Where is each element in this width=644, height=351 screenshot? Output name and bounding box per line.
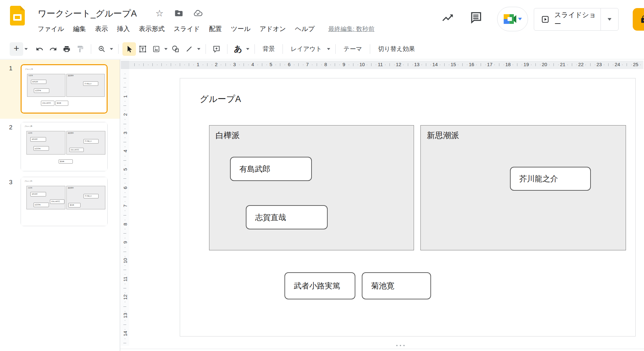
insert-image-button[interactable] — [149, 42, 163, 56]
logo-fold — [20, 6, 25, 10]
slide-thumbnail-2[interactable]: グループB 白樺派 新思潮派 有島武郎 志賀直哉 芥川龍之介 武者小路実篤 菊池… — [21, 122, 108, 171]
comments-icon[interactable] — [469, 10, 483, 25]
menu-tools[interactable]: ツール — [226, 23, 255, 35]
insert-line-button[interactable] — [182, 42, 196, 56]
drag-handle-dots[interactable] — [396, 345, 405, 346]
slide-thumbnail-1[interactable]: グループA 白樺派 新思潮派 有島武郎 志賀直哉 芥川龍之介 武者小路実篤 菊池… — [21, 64, 108, 114]
menu-insert[interactable]: 挿入 — [112, 23, 134, 35]
zoom-dropdown[interactable] — [109, 48, 114, 50]
layout-button[interactable]: レイアウト — [287, 42, 326, 56]
menu-file[interactable]: ファイル — [33, 23, 69, 35]
new-slide-button[interactable]: + — [10, 42, 23, 56]
slide-number: 1 — [9, 65, 13, 72]
member-box-mushanokoji[interactable]: 武者小路実篤 — [284, 272, 355, 299]
insert-comment-button[interactable] — [210, 42, 223, 56]
member-box-akutagawa[interactable]: 芥川龍之介 — [510, 167, 591, 191]
menu-edit[interactable]: 編集 — [69, 23, 91, 35]
workspace: 1234567891011121314151617181920212223242… — [120, 60, 644, 351]
slide-thumbnail-row-2: 2 グループB 白樺派 新思潮派 有島武郎 志賀直哉 芥川龍之介 武者小路実篤 … — [0, 119, 120, 174]
input-tools-dropdown[interactable] — [245, 48, 251, 50]
input-tools-button[interactable]: あ — [231, 42, 245, 56]
meet-button[interactable] — [497, 7, 528, 31]
menu-format[interactable]: 表示形式 — [134, 23, 169, 35]
slide-number: 3 — [9, 179, 13, 186]
star-icon[interactable]: ☆ — [155, 8, 164, 18]
mini-member-box: 有島武郎 — [30, 192, 46, 196]
slide-canvas[interactable]: グループA 白樺派 新思潮派 有島武郎 志賀直哉 芥川龍之介 武者小路実篤 菊池… — [180, 78, 636, 336]
mini-member-box: 武者小路実篤 — [69, 148, 83, 152]
slide-thumbnail-3[interactable]: グループC 白樺派 新思潮派 有島武郎 武者小路実篤 志賀直哉 芥川龍之介 菊池… — [21, 177, 108, 226]
meet-dropdown-caret — [518, 18, 522, 20]
layout-dropdown[interactable] — [326, 48, 332, 50]
menu-help[interactable]: ヘルプ — [291, 23, 319, 35]
redo-button[interactable] — [46, 42, 60, 56]
mini-group-label: 白樺派 — [28, 187, 33, 189]
line-dropdown[interactable] — [196, 48, 202, 50]
mini-member-box: 菊池寛 — [55, 101, 68, 105]
print-button[interactable] — [60, 42, 73, 56]
slideshow-button[interactable]: スライドショー — [534, 8, 619, 31]
background-button[interactable]: 背景 — [259, 42, 279, 56]
move-folder-icon[interactable] — [174, 8, 184, 18]
mini-member-box: 菊池寛 — [59, 159, 73, 164]
toolbar: + あ 背景 レイアウト テーマ 切り替え効果 — [0, 39, 644, 59]
canvas-bottom-divider — [120, 349, 644, 349]
theme-button[interactable]: テーマ — [340, 42, 366, 56]
slide-number: 2 — [9, 124, 13, 131]
slide-title-text[interactable]: グループA — [200, 93, 241, 105]
insert-shape-button[interactable] — [169, 42, 182, 56]
text-box-button[interactable] — [136, 42, 149, 56]
mini-member-box: 芥川龍之介 — [83, 139, 99, 144]
cloud-saved-icon[interactable] — [193, 8, 203, 18]
last-edit-link[interactable]: 最終編集: 数秒前 — [328, 25, 375, 33]
select-tool-button[interactable] — [122, 42, 136, 56]
mini-member-box: 芥川龍之介 — [83, 81, 98, 86]
mini-group-label: 白樺派 — [28, 132, 33, 134]
share-button[interactable] — [633, 8, 644, 31]
mini-member-box: 芥川龍之介 — [83, 194, 99, 198]
zoom-button[interactable] — [95, 42, 109, 56]
slide-thumbnail-row-1: 1 グループA 白樺派 新思潮派 有島武郎 志賀直哉 芥川龍之介 武者小路実篤 … — [0, 60, 120, 119]
menu-view[interactable]: 表示 — [91, 23, 112, 35]
mini-slide-title: グループB — [24, 125, 32, 127]
activity-dashboard-icon[interactable] — [441, 10, 455, 25]
menu-bar: ファイル 編集 表示 挿入 表示形式 スライド 配置 ツール アドオン ヘルプ … — [33, 23, 375, 35]
mini-member-box: 志賀直哉 — [34, 146, 49, 151]
mini-group-label: 新思潮派 — [68, 75, 74, 76]
mini-group-label: 新思潮派 — [68, 187, 74, 189]
mini-member-box: 有島武郎 — [31, 80, 46, 84]
member-box-shiga[interactable]: 志賀直哉 — [246, 205, 328, 229]
group-box-shirakaba[interactable]: 白樺派 — [209, 125, 414, 250]
slideshow-label: スライドショー — [554, 10, 601, 28]
member-box-arishima[interactable]: 有島武郎 — [230, 157, 312, 181]
vertical-ruler: 1234567891011121314 — [121, 69, 129, 346]
mini-member-box: 武者小路実篤 — [50, 199, 64, 204]
member-box-kikuchi[interactable]: 菊池寛 — [362, 272, 431, 299]
image-dropdown[interactable] — [163, 48, 169, 50]
menu-slide[interactable]: スライド — [169, 23, 205, 35]
slideshow-dropdown[interactable] — [601, 8, 618, 30]
lock-icon — [640, 15, 644, 24]
logo-page — [13, 14, 22, 21]
mini-group-label: 新思潮派 — [68, 132, 74, 134]
slides-logo-icon[interactable] — [10, 6, 25, 25]
paint-format-button[interactable] — [73, 42, 87, 56]
slide-thumbnail-row-3: 3 グループC 白樺派 新思潮派 有島武郎 武者小路実篤 志賀直哉 芥川龍之介 … — [0, 174, 120, 228]
group-label: 新思潮派 — [427, 130, 459, 141]
present-icon — [541, 15, 549, 24]
filmstrip-panel: 1 グループA 白樺派 新思潮派 有島武郎 志賀直哉 芥川龍之介 武者小路実篤 … — [0, 60, 120, 351]
menu-addons[interactable]: アドオン — [255, 23, 291, 35]
mini-member-box: 志賀直哉 — [34, 203, 49, 207]
horizontal-ruler: 1234567891011121314151617181920212223242… — [129, 61, 643, 69]
meet-icon — [503, 14, 517, 25]
group-label: 白樺派 — [216, 130, 240, 141]
menu-arrange[interactable]: 配置 — [205, 23, 226, 35]
document-title[interactable]: ワークシート_グループA — [38, 8, 137, 19]
transition-button[interactable]: 切り替え効果 — [374, 42, 419, 56]
mini-member-box: 有島武郎 — [30, 137, 46, 142]
mini-slide-title: グループC — [24, 180, 32, 182]
undo-button[interactable] — [33, 42, 46, 56]
mini-member-box: 武者小路実篤 — [41, 101, 54, 105]
mini-member-box: 菊池寛 — [68, 203, 81, 207]
new-slide-dropdown[interactable] — [23, 48, 29, 50]
